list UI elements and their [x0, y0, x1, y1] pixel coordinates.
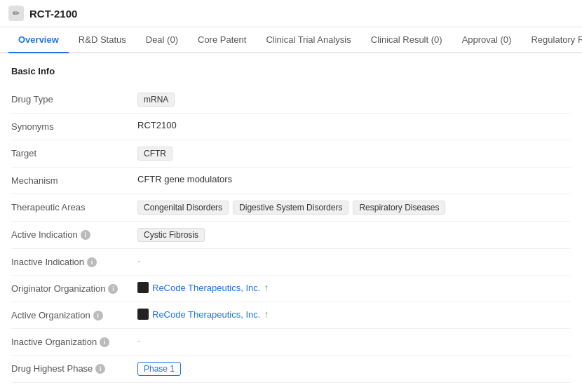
inactive-org-value: -: [137, 335, 571, 346]
inactive-indication-dash: -: [137, 255, 140, 266]
active-org-detail: ReCode Therapeutics, Inc. ↑: [137, 309, 269, 320]
first-approval-date-label: First Approval Date: [11, 389, 137, 392]
therapeutic-tag-2[interactable]: Respiratory Diseases: [353, 201, 445, 215]
first-approval-date-dash: -: [137, 389, 140, 392]
drug-highest-phase-label: Drug Highest Phase i: [11, 362, 137, 374]
drug-highest-phase-row: Drug Highest Phase i Phase 1: [11, 356, 571, 383]
active-indication-info-icon[interactable]: i: [81, 230, 90, 240]
target-row: Target CFTR: [11, 140, 571, 168]
inactive-indication-value: -: [137, 255, 571, 266]
first-approval-date-row: First Approval Date -: [11, 383, 571, 392]
inactive-org-dash: -: [137, 335, 140, 346]
drug-highest-phase-value: Phase 1: [137, 362, 571, 376]
target-value: CFTR: [137, 147, 571, 161]
active-org-arrow: ↑: [264, 309, 269, 320]
drug-type-label: Drug Type: [11, 93, 137, 104]
tab-overview[interactable]: Overview: [8, 27, 69, 52]
mechanism-label: Mechanism: [11, 174, 137, 186]
therapeutic-areas-row: Therapeutic Areas Congenital Disorders D…: [11, 194, 571, 222]
originator-org-logo: [137, 282, 149, 293]
synonyms-value: RCT2100: [137, 120, 571, 130]
originator-org-arrow: ↑: [264, 282, 269, 293]
synonyms-text: RCT2100: [137, 120, 177, 130]
section-title: Basic Info: [11, 66, 571, 76]
tab-clinical-trial[interactable]: Clinical Trial Analysis: [256, 27, 360, 52]
tab-regulatory-review[interactable]: Regulatory Review (0): [521, 27, 582, 52]
inactive-org-label: Inactive Organization i: [11, 335, 137, 347]
active-org-row: Active Organization i ReCode Therapeutic…: [11, 302, 571, 329]
target-tag[interactable]: CFTR: [137, 147, 172, 161]
first-approval-date-value: -: [137, 389, 571, 392]
active-indication-label: Active Indication i: [11, 228, 137, 240]
content-area: Basic Info Drug Type mRNA Synonyms RCT21…: [0, 53, 582, 392]
inactive-indication-label: Inactive Indication i: [11, 255, 137, 267]
mechanism-text: CFTR gene modulators: [137, 174, 232, 184]
active-indication-tag[interactable]: Cystic Fibrosis: [137, 228, 205, 242]
tab-approval[interactable]: Approval (0): [452, 27, 522, 52]
drug-type-row: Drug Type mRNA: [11, 86, 571, 114]
active-indication-value: Cystic Fibrosis: [137, 228, 571, 242]
originator-org-row: Originator Organization i ReCode Therape…: [11, 276, 571, 302]
drug-type-tag[interactable]: mRNA: [137, 93, 175, 107]
active-indication-row: Active Indication i Cystic Fibrosis: [11, 222, 571, 249]
originator-org-value: ReCode Therapeutics, Inc. ↑: [137, 282, 571, 293]
active-org-value: ReCode Therapeutics, Inc. ↑: [137, 309, 571, 320]
inactive-indication-info-icon[interactable]: i: [87, 257, 97, 267]
originator-org-label: Originator Organization i: [11, 282, 137, 294]
tab-clinical-result[interactable]: Clinical Result (0): [361, 27, 452, 52]
active-org-label: Active Organization i: [11, 309, 137, 320]
inactive-org-row: Inactive Organization i -: [11, 329, 571, 356]
inactive-indication-row: Inactive Indication i -: [11, 249, 571, 276]
tab-rd-status[interactable]: R&D Status: [69, 27, 136, 52]
nav-tabs: Overview R&D Status Deal (0) Core Patent…: [0, 27, 582, 53]
tab-core-patent[interactable]: Core Patent: [188, 27, 256, 52]
active-org-logo: [137, 309, 149, 320]
originator-org-name[interactable]: ReCode Therapeutics, Inc.: [152, 283, 260, 293]
mechanism-value: CFTR gene modulators: [137, 174, 571, 184]
therapeutic-tag-0[interactable]: Congenital Disorders: [137, 201, 229, 215]
title-bar: ✏ RCT-2100: [0, 0, 582, 27]
mechanism-row: Mechanism CFTR gene modulators: [11, 168, 571, 194]
app-icon: ✏: [8, 6, 24, 21]
target-label: Target: [11, 147, 137, 158]
active-org-name[interactable]: ReCode Therapeutics, Inc.: [152, 309, 260, 320]
drug-highest-phase-info-icon[interactable]: i: [95, 364, 105, 374]
therapeutic-areas-value: Congenital Disorders Digestive System Di…: [137, 201, 571, 215]
inactive-org-info-icon[interactable]: i: [100, 337, 109, 347]
synonyms-label: Synonyms: [11, 120, 137, 132]
originator-org-detail: ReCode Therapeutics, Inc. ↑: [137, 282, 269, 293]
tab-deal[interactable]: Deal (0): [136, 27, 188, 52]
originator-org-info-icon[interactable]: i: [108, 284, 118, 294]
therapeutic-areas-label: Therapeutic Areas: [11, 201, 137, 212]
active-org-info-icon[interactable]: i: [93, 311, 103, 320]
app-title: RCT-2100: [29, 8, 77, 20]
synonyms-row: Synonyms RCT2100: [11, 114, 571, 140]
drug-highest-phase-tag[interactable]: Phase 1: [137, 362, 181, 376]
therapeutic-tag-1[interactable]: Digestive System Disorders: [233, 201, 348, 215]
drug-type-value: mRNA: [137, 93, 571, 107]
